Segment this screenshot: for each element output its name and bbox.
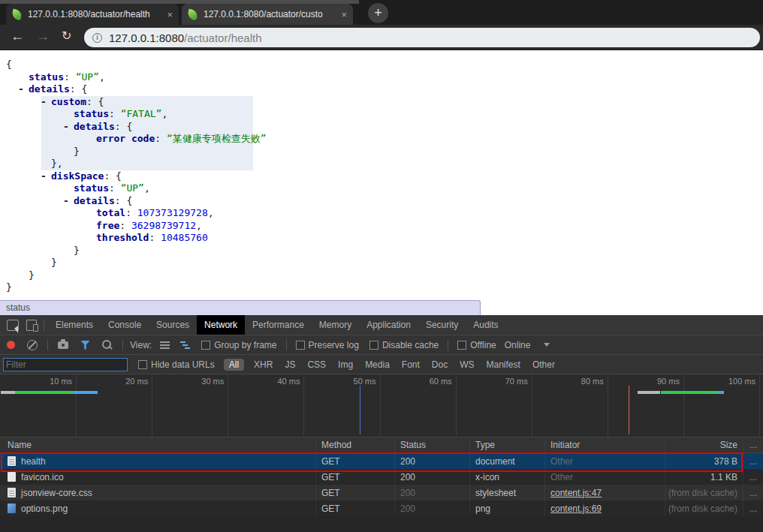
collapse-minus-icon[interactable]: - bbox=[18, 83, 29, 96]
filter-pill-ws[interactable]: WS bbox=[460, 359, 474, 370]
cell-type: x-icon bbox=[470, 469, 545, 485]
timeline-gridline bbox=[76, 374, 77, 437]
devtools-tab-console[interactable]: Console bbox=[101, 315, 149, 335]
column-header-method[interactable]: Method bbox=[316, 437, 395, 452]
devtools-tab-bar: ElementsConsoleSourcesNetworkPerformance… bbox=[0, 315, 763, 335]
inspect-element-icon[interactable] bbox=[7, 320, 19, 331]
group-by-frame-checkbox[interactable]: Group by frame bbox=[201, 340, 276, 350]
column-header-more[interactable]: ... bbox=[743, 437, 763, 452]
filter-pill-media[interactable]: Media bbox=[365, 359, 390, 370]
info-icon[interactable]: i bbox=[92, 33, 102, 43]
filter-funnel-icon[interactable] bbox=[80, 341, 90, 350]
json-key: details bbox=[74, 121, 115, 132]
cell-overflow: ... bbox=[743, 500, 763, 516]
column-header-type[interactable]: Type bbox=[470, 437, 545, 452]
collapse-minus-icon[interactable]: - bbox=[63, 195, 74, 208]
filter-pill-img[interactable]: Img bbox=[338, 359, 353, 370]
filter-pill-all[interactable]: All bbox=[224, 359, 244, 371]
timeline-tick-label: 70 ms bbox=[468, 377, 528, 386]
collapse-minus-icon[interactable]: - bbox=[41, 96, 51, 109]
browser-tab-health[interactable]: 127.0.0.1:8080/actuator/health × bbox=[6, 4, 179, 25]
collapse-minus-icon[interactable]: - bbox=[41, 170, 51, 183]
network-overview-timeline[interactable]: 10 ms20 ms30 ms40 ms50 ms60 ms70 ms80 ms… bbox=[0, 374, 763, 437]
network-row-health[interactable]: healthGET200documentOther378 B... bbox=[0, 453, 763, 469]
json-view: {status: “UP”,-details: {-custom: {statu… bbox=[0, 59, 763, 294]
chevron-down-icon[interactable] bbox=[544, 343, 550, 347]
url-path: /actuator/health bbox=[184, 32, 261, 44]
initiator-link[interactable]: content.js:47 bbox=[550, 488, 602, 498]
collapse-minus-icon[interactable]: - bbox=[63, 121, 74, 134]
json-string: “UP” bbox=[121, 182, 144, 194]
back-button[interactable]: ← bbox=[11, 29, 24, 44]
json-key: free bbox=[96, 220, 119, 231]
cell-name: options.png bbox=[0, 500, 316, 516]
forward-button[interactable]: → bbox=[36, 29, 50, 44]
json-punct: : bbox=[64, 71, 76, 83]
devtools-tab-memory[interactable]: Memory bbox=[312, 315, 359, 335]
filter-pill-doc[interactable]: Doc bbox=[432, 359, 448, 370]
json-punct: : bbox=[119, 220, 131, 231]
screenshot-icon[interactable] bbox=[58, 341, 68, 349]
filter-input[interactable] bbox=[3, 358, 128, 371]
checkbox-icon[interactable] bbox=[201, 341, 210, 350]
cell-method: GET bbox=[316, 469, 395, 485]
disable-cache-checkbox[interactable]: Disable cache bbox=[369, 340, 439, 350]
tab-close-icon[interactable]: × bbox=[341, 9, 347, 20]
json-punct: : { bbox=[86, 96, 104, 107]
clear-icon[interactable] bbox=[27, 340, 38, 350]
devtools-tab-audits[interactable]: Audits bbox=[466, 315, 505, 335]
checkbox-icon[interactable] bbox=[296, 341, 305, 350]
devtools-tab-security[interactable]: Security bbox=[418, 315, 466, 335]
preserve-log-checkbox[interactable]: Preserve log bbox=[296, 340, 359, 350]
filter-pill-font[interactable]: Font bbox=[402, 359, 420, 370]
devtools-tab-performance[interactable]: Performance bbox=[245, 315, 312, 335]
column-header-size[interactable]: Size bbox=[665, 437, 743, 452]
view-list-icon[interactable] bbox=[160, 341, 170, 349]
json-punct: , bbox=[208, 207, 214, 218]
devtools-tab-application[interactable]: Application bbox=[359, 315, 418, 335]
devtools-tab-elements[interactable]: Elements bbox=[48, 315, 101, 335]
filter-pill-css[interactable]: CSS bbox=[307, 359, 326, 370]
column-header-initiator[interactable]: Initiator bbox=[545, 437, 665, 452]
throttling-select[interactable]: Online bbox=[505, 340, 531, 350]
devtools-tab-sources[interactable]: Sources bbox=[149, 315, 197, 335]
filter-pill-manifest[interactable]: Manifest bbox=[487, 359, 520, 370]
network-row-jsonview-core-css[interactable]: jsonview-core.cssGET200stylesheetcontent… bbox=[0, 485, 763, 500]
filter-pill-other[interactable]: Other bbox=[532, 359, 555, 370]
browser-tab-custom[interactable]: 127.0.0.1:8080/actuator/custo × bbox=[182, 4, 353, 25]
url-host: 127.0.0.1:8080 bbox=[109, 32, 184, 44]
json-line: status: “UP”, bbox=[0, 182, 763, 195]
column-header-status[interactable]: Status bbox=[395, 437, 470, 452]
filter-pill-js[interactable]: JS bbox=[285, 359, 295, 370]
network-request-table: NameMethodStatusTypeInitiatorSize... hea… bbox=[0, 437, 763, 532]
filter-pill-xhr[interactable]: XHR bbox=[254, 359, 273, 370]
search-icon[interactable] bbox=[102, 340, 111, 349]
network-row-options-png[interactable]: options.pngGET200pngcontent.js:69(from d… bbox=[0, 500, 763, 516]
checkbox-icon[interactable] bbox=[138, 360, 147, 369]
json-line: threshold: 10485760 bbox=[0, 232, 763, 245]
column-header-name[interactable]: Name bbox=[0, 437, 316, 452]
address-bar[interactable]: i 127.0.0.1:8080/actuator/health bbox=[84, 28, 760, 47]
json-line: -custom: { bbox=[0, 96, 763, 109]
cell-initiator: Other bbox=[545, 453, 665, 469]
view-waterfall-icon[interactable] bbox=[180, 341, 191, 349]
network-row-favicon-ico[interactable]: favicon.icoGET200x-iconOther1.1 KB... bbox=[0, 469, 763, 485]
devtools-tabs: ElementsConsoleSourcesNetworkPerformance… bbox=[48, 315, 506, 335]
cell-overflow: ... bbox=[743, 469, 763, 485]
reload-button[interactable]: ↻ bbox=[62, 29, 71, 43]
device-toolbar-icon[interactable] bbox=[26, 320, 37, 331]
record-button[interactable] bbox=[7, 341, 15, 349]
checkbox-icon[interactable] bbox=[457, 341, 466, 350]
timeline-gridline bbox=[608, 374, 608, 437]
initiator-link[interactable]: content.js:69 bbox=[550, 503, 602, 514]
hide-data-urls-checkbox[interactable]: Hide data URLs bbox=[138, 359, 215, 370]
json-line: } bbox=[0, 281, 763, 294]
json-punct: : { bbox=[70, 83, 87, 95]
tab-close-icon[interactable]: × bbox=[167, 9, 173, 20]
new-tab-button[interactable]: + bbox=[368, 3, 388, 23]
checkbox-icon[interactable] bbox=[369, 341, 378, 350]
offline-checkbox[interactable]: Offline bbox=[457, 340, 496, 350]
url-text[interactable]: 127.0.0.1:8080/actuator/health bbox=[109, 32, 262, 44]
json-punct: , bbox=[99, 71, 105, 83]
devtools-tab-network[interactable]: Network bbox=[197, 315, 245, 335]
